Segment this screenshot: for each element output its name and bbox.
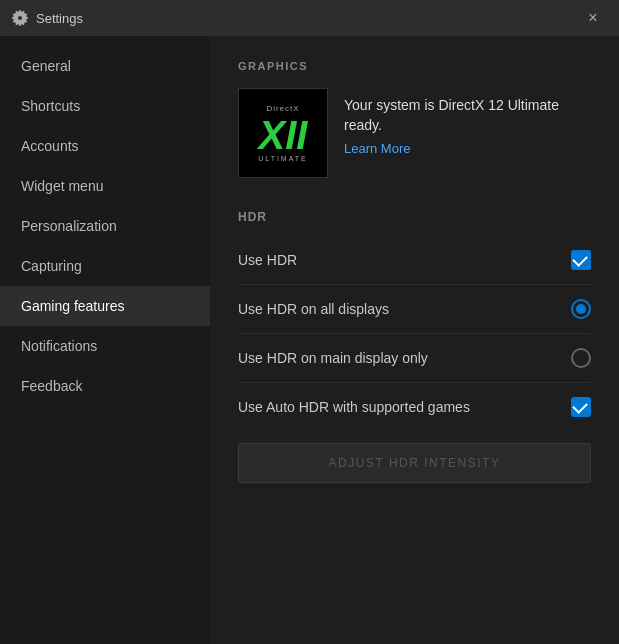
use-hdr-checkbox[interactable]: [571, 250, 591, 270]
titlebar: Settings ×: [0, 0, 619, 36]
directx-section: DirectX XII ULTIMATE Your system is Dire…: [238, 88, 591, 178]
titlebar-left: Settings: [12, 10, 83, 26]
learn-more-link[interactable]: Learn More: [344, 141, 591, 156]
sidebar-item-personalization[interactable]: Personalization: [0, 206, 210, 246]
hdr-section-title: HDR: [238, 210, 591, 224]
sidebar-item-gaming-features[interactable]: Gaming features: [0, 286, 210, 326]
hdr-main-display-option: Use HDR on main display only: [238, 338, 591, 378]
graphics-section-title: GRAPHICS: [238, 60, 591, 72]
directx-status-text: Your system is DirectX 12 Ultimate ready…: [344, 96, 591, 135]
use-hdr-option: Use HDR: [238, 240, 591, 280]
directx-version-number: XII: [259, 115, 308, 155]
directx-info: Your system is DirectX 12 Ultimate ready…: [344, 88, 591, 156]
sidebar: General Shortcuts Accounts Widget menu P…: [0, 36, 210, 644]
sidebar-item-general[interactable]: General: [0, 46, 210, 86]
sidebar-item-notifications[interactable]: Notifications: [0, 326, 210, 366]
sidebar-item-feedback[interactable]: Feedback: [0, 366, 210, 406]
sidebar-item-capturing[interactable]: Capturing: [0, 246, 210, 286]
sidebar-item-shortcuts[interactable]: Shortcuts: [0, 86, 210, 126]
window-title: Settings: [36, 11, 83, 26]
divider-1: [238, 284, 591, 285]
auto-hdr-option: Use Auto HDR with supported games: [238, 387, 591, 427]
hdr-all-displays-label: Use HDR on all displays: [238, 301, 389, 317]
auto-hdr-checkbox[interactable]: [571, 397, 591, 417]
divider-3: [238, 382, 591, 383]
close-button[interactable]: ×: [579, 4, 607, 32]
settings-window: Settings × General Shortcuts Accounts Wi…: [0, 0, 619, 644]
settings-icon: [12, 10, 28, 26]
sidebar-item-widget-menu[interactable]: Widget menu: [0, 166, 210, 206]
directx-top-label: DirectX: [266, 104, 299, 113]
sidebar-item-accounts[interactable]: Accounts: [0, 126, 210, 166]
content-area: General Shortcuts Accounts Widget menu P…: [0, 36, 619, 644]
main-panel: GRAPHICS DirectX XII ULTIMATE Your syste…: [210, 36, 619, 644]
divider-2: [238, 333, 591, 334]
hdr-main-display-radio[interactable]: [571, 348, 591, 368]
directx-bottom-label: ULTIMATE: [258, 155, 308, 162]
adjust-hdr-button[interactable]: ADJUST HDR INTENSITY: [238, 443, 591, 483]
use-hdr-label: Use HDR: [238, 252, 297, 268]
auto-hdr-label: Use Auto HDR with supported games: [238, 399, 470, 415]
hdr-all-displays-radio[interactable]: [571, 299, 591, 319]
hdr-all-displays-option: Use HDR on all displays: [238, 289, 591, 329]
hdr-main-display-label: Use HDR on main display only: [238, 350, 428, 366]
directx-logo: DirectX XII ULTIMATE: [238, 88, 328, 178]
